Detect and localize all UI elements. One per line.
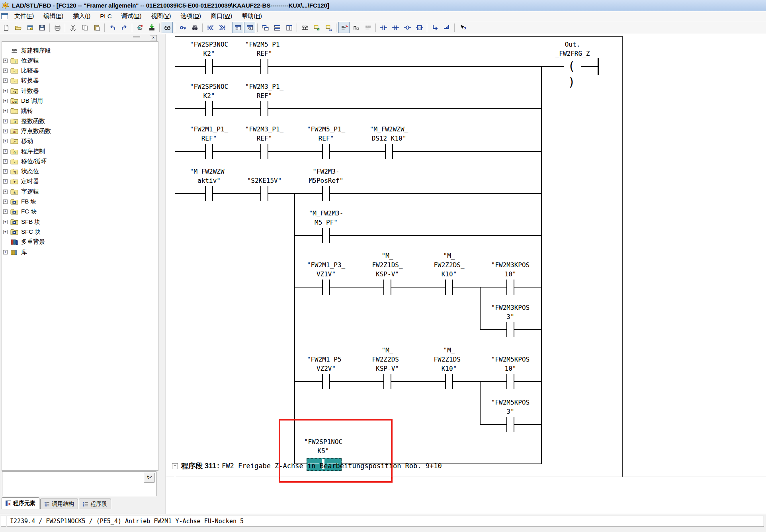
tree-item-DB 调用[interactable]: +DBDB 调用	[3, 96, 43, 106]
key-button[interactable]	[177, 22, 188, 33]
tab-networks[interactable]: 程序段	[79, 499, 111, 509]
coil-button[interactable]	[402, 22, 413, 33]
cut-button[interactable]	[67, 22, 78, 33]
menu-item-6[interactable]: 选项(O)	[176, 12, 206, 21]
new-network-button[interactable]	[299, 22, 310, 33]
network-number-label[interactable]: 程序段 311	[181, 461, 216, 471]
contact-no-button[interactable]	[378, 22, 389, 33]
menu-item-5[interactable]: 视图(V)	[146, 12, 176, 21]
save-button[interactable]	[36, 22, 47, 33]
menu-item-8[interactable]: 帮助(H)	[237, 12, 267, 21]
tree-expand-box[interactable]: +	[3, 89, 8, 93]
tree-item-SFC 块[interactable]: +SFC 块	[3, 227, 41, 237]
tile-vertical-button[interactable]	[283, 22, 295, 33]
tree-expand-box[interactable]: +	[3, 179, 8, 184]
tree-item-状态位[interactable]: +?|状态位	[3, 167, 39, 176]
tree-item-比较器[interactable]: +<比较器	[3, 66, 39, 76]
tree-item-FC 块[interactable]: +FC 块	[3, 207, 37, 217]
tree-item-计数器[interactable]: ++1计数器	[3, 86, 39, 96]
tree-expand-box[interactable]: +	[3, 129, 8, 133]
save-icon	[39, 24, 45, 31]
menu-item-7[interactable]: 窗口(W)	[206, 12, 237, 21]
menu-item-2[interactable]: 插入(I)	[68, 12, 95, 21]
tree-item-定时器[interactable]: +T定时器	[3, 177, 39, 186]
new-button[interactable]	[0, 22, 12, 33]
pane-header[interactable]: ×	[2, 35, 158, 41]
symbol-display-button[interactable]	[338, 22, 350, 33]
pane-grip[interactable]	[133, 36, 140, 41]
cascade-button[interactable]	[260, 22, 271, 33]
preview-collapse-button[interactable]: t<	[144, 473, 155, 483]
tree-expand-box[interactable]: +	[3, 139, 8, 143]
contact-nc-button[interactable]	[390, 22, 401, 33]
tree-expand-box[interactable]: +	[3, 230, 8, 234]
tree-expand-box[interactable]: +	[3, 149, 8, 154]
mdi-child-icon[interactable]	[1, 13, 8, 19]
multi-instance-icon	[10, 239, 18, 245]
empty-box-button[interactable]: ??	[414, 22, 425, 33]
tree-expand-box[interactable]: +	[3, 169, 8, 174]
undo-button[interactable]	[107, 22, 118, 33]
tree-expand-box[interactable]: +	[3, 200, 8, 204]
tree-item-程序控制[interactable]: +()程序控制	[3, 147, 45, 156]
copy-button[interactable]	[79, 22, 90, 33]
tree-expand-box[interactable]: +	[3, 119, 8, 123]
tree-expand-box[interactable]: +	[3, 250, 8, 254]
view-detail-button[interactable]	[244, 22, 255, 33]
download-button[interactable]	[146, 22, 157, 33]
tree-expand-box[interactable]: +	[3, 190, 8, 194]
tree-item-SFB 块[interactable]: +SFB 块	[3, 217, 40, 227]
tree-expand-box[interactable]: +	[3, 99, 8, 103]
address-id-button[interactable]	[350, 22, 362, 33]
insert-symbol-button[interactable]	[311, 22, 322, 33]
network-collapse-box[interactable]: −	[172, 463, 178, 469]
menu-item-1[interactable]: 编辑(E)	[39, 12, 68, 21]
print-button[interactable]	[52, 22, 63, 33]
tree-expand-box[interactable]: +	[3, 220, 8, 224]
redo-button[interactable]	[119, 22, 130, 33]
open-branch-button[interactable]	[429, 22, 440, 33]
menu-item-3[interactable]: PLC	[95, 12, 116, 20]
tree-item-移位/循环[interactable]: +«移位/循环	[3, 156, 47, 166]
open-online-button[interactable]	[24, 22, 35, 33]
tree-item-新建程序段[interactable]: +新建程序段	[3, 46, 51, 55]
find-button[interactable]	[189, 22, 200, 33]
tab-call-structure[interactable]: 调用结构	[40, 499, 78, 509]
tree-expand-box[interactable]: +	[3, 209, 8, 214]
help-pointer-button[interactable]: ?	[457, 22, 468, 33]
network-comment[interactable]: FW2 Freigabe Z-Achse in Bearbeitungsposi…	[222, 462, 442, 470]
tree-item-FB 块[interactable]: +FB 块	[3, 197, 36, 207]
paste-button[interactable]	[91, 22, 102, 33]
tab-label: 调用结构	[52, 501, 74, 508]
tree-expand-box[interactable]: +	[3, 59, 8, 63]
close-branch-button[interactable]	[441, 22, 452, 33]
update-call-button[interactable]	[134, 22, 145, 33]
tree-item-位逻辑[interactable]: +-|位逻辑	[3, 56, 39, 65]
comment-toggle-button[interactable]	[362, 22, 373, 33]
monitor-button[interactable]	[162, 22, 173, 33]
tree-item-跳转[interactable]: +→跳转	[3, 106, 33, 116]
tree-expand-box[interactable]: +	[3, 109, 8, 113]
next-error-button[interactable]	[217, 22, 228, 33]
view-overview-button[interactable]	[232, 22, 243, 33]
tree-item-移动[interactable]: +↗移动	[3, 137, 33, 146]
tree-item-字逻辑[interactable]: +&字逻辑	[3, 187, 39, 196]
open-button[interactable]	[12, 22, 23, 33]
menu-item-4[interactable]: 调试(D)	[117, 12, 147, 21]
tab-program-elements[interactable]: 程序元素	[2, 497, 39, 509]
close-branch-icon	[444, 24, 450, 31]
tree-item-库[interactable]: +库	[3, 247, 27, 257]
pane-close-button[interactable]: ×	[150, 35, 157, 41]
tree-item-多重背景[interactable]: +多重背景	[3, 237, 45, 247]
tree-item-浮点数函数[interactable]: +±R浮点数函数	[3, 126, 51, 136]
tree-expand-box[interactable]: +	[3, 78, 8, 83]
tree-item-转换器[interactable]: +≈转换器	[3, 76, 39, 86]
prev-error-button[interactable]	[205, 22, 216, 33]
tile-horizontal-button[interactable]	[272, 22, 283, 33]
toolbar-separator	[427, 23, 427, 32]
tree-item-整数函数[interactable]: +±I整数函数	[3, 116, 45, 126]
tree-expand-box[interactable]: +	[3, 68, 8, 73]
edit-symbols-button[interactable]	[323, 22, 334, 33]
menu-item-0[interactable]: 文件(F)	[10, 12, 39, 21]
tree-expand-box[interactable]: +	[3, 159, 8, 164]
